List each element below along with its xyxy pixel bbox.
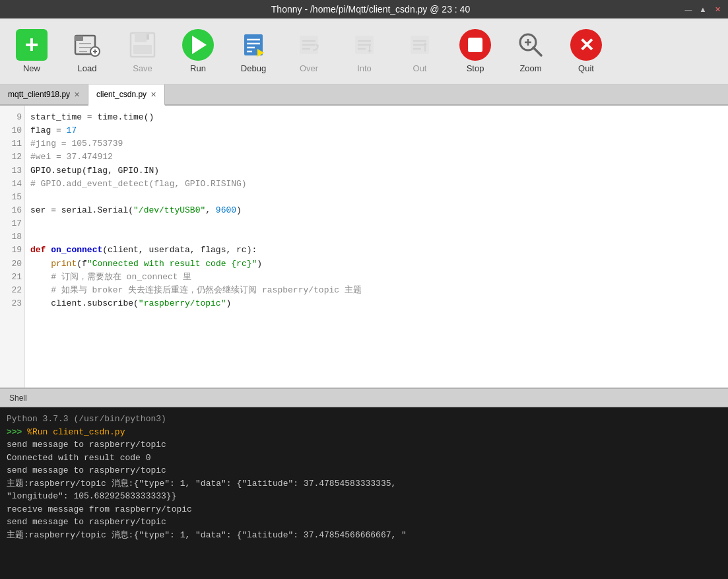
titlebar-title: Thonny - /home/pi/Mqtt/client_csdn.py @ … — [271, 4, 470, 15]
code-line-9: start_time = time.time() — [30, 112, 154, 122]
run-button[interactable]: Run — [172, 22, 224, 81]
save-icon — [127, 29, 158, 61]
svg-rect-11 — [147, 34, 149, 40]
editor-area: 9 10 11 12 13 14 15 16 17 18 19 20 21 22… — [0, 106, 728, 388]
code-line-13: GPIO.setup(flag, GPIO.IN) — [30, 166, 159, 176]
line-num-10: 10 — [3, 124, 22, 137]
save-label: Save — [133, 63, 152, 73]
line-num-21: 21 — [3, 271, 22, 284]
code-line-23: client.subscribe("raspberry/topic") — [30, 298, 231, 308]
tab-mqtt-client918[interactable]: mqtt_client918.py ✕ — [0, 85, 88, 104]
run-label: Run — [190, 63, 206, 73]
code-editor[interactable]: start_time = time.time() flag = 17 #jing… — [25, 106, 728, 388]
load-button[interactable]: Load — [61, 22, 114, 81]
code-line-22: # 如果与 broker 失去连接后重连，仍然会继续订阅 raspberry/t… — [30, 285, 362, 295]
quit-button[interactable]: ✕ Quit — [560, 22, 612, 81]
svg-rect-9 — [135, 33, 147, 42]
line-num-22: 22 — [3, 284, 22, 297]
line-num-13: 13 — [3, 164, 22, 178]
out-button[interactable]: Out — [393, 22, 446, 81]
tab-close-csdn[interactable]: ✕ — [150, 90, 156, 99]
new-label: New — [23, 63, 40, 73]
titlebar-controls: — ▲ ✕ — [683, 4, 723, 15]
svg-rect-1 — [75, 36, 83, 41]
stop-label: Stop — [467, 63, 484, 73]
line-num-12: 12 — [3, 151, 22, 164]
shell-output-line-8: 主题:raspberry/topic 消息:{"type": 1, "data"… — [7, 529, 721, 542]
code-line-19: def on_connect(client, userdata, flags, … — [30, 245, 257, 255]
line-numbers: 9 10 11 12 13 14 15 16 17 18 19 20 21 22… — [0, 106, 25, 388]
shell-section: Shell Python 3.7.3 (/usr/bin/python3) >>… — [0, 388, 728, 579]
shell-output-line-2: Connected with result code 0 — [7, 452, 721, 465]
shell-info-line: Python 3.7.3 (/usr/bin/python3) — [7, 413, 721, 426]
shell-output-line-7: send message to raspberry/topic — [7, 516, 721, 529]
debug-button[interactable]: Debug — [227, 22, 280, 81]
code-line-14: # GPIO.add_event_detect(flag, GPIO.RISIN… — [30, 179, 247, 189]
code-line-16: ser = serial.Serial("/dev/ttyUSB0", 9600… — [30, 205, 242, 215]
shell-output[interactable]: Python 3.7.3 (/usr/bin/python3) >>> %Run… — [0, 407, 728, 579]
run-icon — [182, 29, 214, 61]
debug-label: Debug — [241, 63, 266, 73]
new-icon: + — [16, 29, 48, 61]
tab-label-mqtt: mqtt_client918.py — [8, 90, 70, 99]
load-icon — [71, 29, 103, 61]
toolbar: + New Load — [0, 18, 728, 85]
line-num-15: 15 — [3, 191, 22, 204]
new-button[interactable]: + New — [5, 22, 58, 81]
into-label: Into — [357, 63, 372, 73]
into-icon — [348, 29, 380, 61]
svg-rect-10 — [133, 45, 152, 54]
zoom-icon — [515, 29, 546, 61]
maximize-button[interactable]: ▲ — [698, 4, 708, 15]
over-label: Over — [300, 63, 318, 73]
titlebar: Thonny - /home/pi/Mqtt/client_csdn.py @ … — [0, 0, 728, 18]
line-num-18: 18 — [3, 230, 22, 244]
code-container[interactable]: 9 10 11 12 13 14 15 16 17 18 19 20 21 22… — [0, 106, 728, 388]
tab-bar: mqtt_client918.py ✕ client_csdn.py ✕ — [0, 85, 728, 106]
line-num-9: 9 — [3, 111, 22, 124]
line-num-23: 23 — [3, 297, 22, 310]
shell-output-line-3: send message to raspberry/topic — [7, 464, 721, 477]
stop-icon — [459, 29, 491, 61]
over-button[interactable]: Over — [282, 22, 335, 81]
shell-prompt: >>> — [7, 427, 22, 437]
over-icon — [293, 29, 325, 61]
out-icon — [404, 29, 436, 61]
line-num-20: 20 — [3, 257, 22, 271]
load-label: Load — [78, 63, 97, 73]
shell-tab-label: Shell — [9, 393, 27, 403]
zoom-label: Zoom — [519, 63, 541, 73]
tab-close-mqtt[interactable]: ✕ — [74, 90, 80, 99]
into-button[interactable]: Into — [338, 22, 391, 81]
shell-command-line: >>> %Run client_csdn.py — [7, 426, 721, 439]
code-line-10: flag = 17 — [30, 125, 77, 135]
shell-tab[interactable]: Shell — [0, 389, 728, 407]
code-line-11: #jing = 105.753739 — [30, 139, 123, 149]
code-line-20: print(f"Connected with result code {rc}"… — [30, 259, 262, 269]
minimize-button[interactable]: — — [683, 4, 694, 15]
shell-output-line-5: "longitude": 105.68292583333333}} — [7, 490, 721, 503]
close-button[interactable]: ✕ — [712, 4, 723, 15]
shell-command: %Run client_csdn.py — [22, 427, 125, 437]
line-num-16: 16 — [3, 204, 22, 217]
save-button[interactable]: Save — [116, 22, 169, 81]
line-num-14: 14 — [3, 178, 22, 191]
tab-client-csdn[interactable]: client_csdn.py ✕ — [88, 85, 165, 106]
line-num-19: 19 — [3, 244, 22, 257]
shell-output-line-1: send message to raspberry/topic — [7, 438, 721, 452]
stop-button[interactable]: Stop — [449, 22, 502, 81]
quit-icon: ✕ — [570, 29, 602, 61]
shell-output-line-6: receive message from raspberry/topic — [7, 503, 721, 516]
out-label: Out — [413, 63, 427, 73]
zoom-button[interactable]: Zoom — [504, 22, 557, 81]
quit-label: Quit — [578, 63, 594, 73]
debug-icon — [238, 29, 269, 61]
line-num-11: 11 — [3, 137, 22, 151]
shell-output-line-4: 主题:raspberry/topic 消息:{"type": 1, "data"… — [7, 477, 721, 491]
line-num-17: 17 — [3, 217, 22, 230]
code-line-21: # 订阅，需要放在 on_connect 里 — [30, 272, 191, 282]
code-line-12: #wei = 37.474912 — [30, 152, 113, 162]
tab-label-csdn: client_csdn.py — [96, 90, 147, 99]
svg-line-36 — [533, 48, 541, 55]
